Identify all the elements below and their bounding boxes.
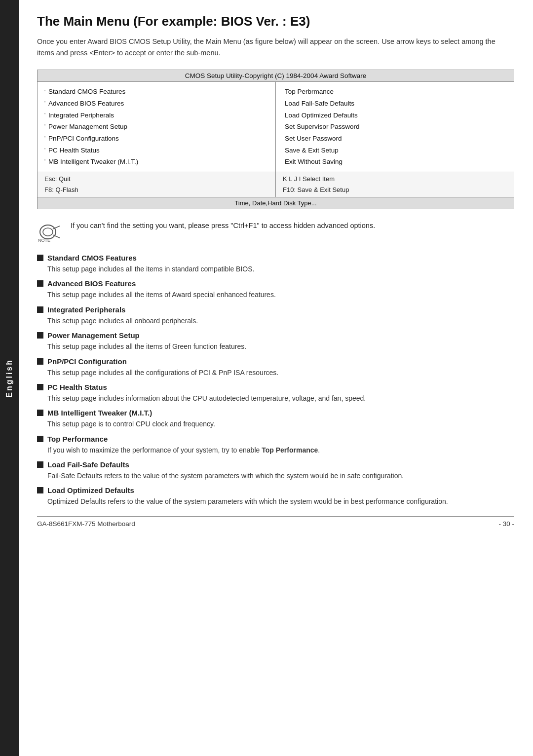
sidebar-label: English xyxy=(5,359,14,398)
section-desc-9: Optimized Defaults refers to the value o… xyxy=(47,496,514,507)
svg-point-1 xyxy=(43,228,53,236)
section-heading-text-1: Advanced BIOS Features xyxy=(47,279,136,288)
section-square-bullet xyxy=(37,332,43,339)
section-square-bullet xyxy=(37,280,43,287)
section-square-bullet xyxy=(37,358,43,365)
bios-right-item-4: Set User Password xyxy=(283,133,507,145)
sidebar: English xyxy=(0,0,19,756)
bios-left-item-3: 'Power Management Setup xyxy=(44,121,268,133)
main-content: The Main Menu (For example: BIOS Ver. : … xyxy=(27,0,533,541)
section-heading-4: PnP/PCI Configuration xyxy=(37,357,514,366)
section-heading-text-0: Standard CMOS Features xyxy=(47,254,137,262)
section-desc-1: This setup page includes all the items o… xyxy=(47,289,514,300)
section-heading-2: Integrated Peripherals xyxy=(37,305,514,314)
bios-left-item-1: 'Advanced BIOS Features xyxy=(44,98,268,110)
section-item-5: PC Health StatusThis setup page includes… xyxy=(37,383,514,404)
section-heading-text-6: MB Intelligent Tweaker (M.I.T.) xyxy=(47,409,152,417)
footer-right: - 30 - xyxy=(498,520,514,528)
page-title: The Main Menu (For example: BIOS Ver. : … xyxy=(37,14,514,29)
bios-right-item-0: Top Perbrmance xyxy=(283,86,507,98)
section-item-6: MB Intelligent Tweaker (M.I.T.)This setu… xyxy=(37,409,514,429)
section-desc-3: This setup page includes all the items o… xyxy=(47,341,514,352)
section-square-bullet xyxy=(37,436,43,442)
section-heading-9: Load Optimized Defaults xyxy=(37,486,514,494)
bios-right-item-5: Save & Exit Setup xyxy=(283,145,507,156)
bios-footer-f8: F8: Q-Flash xyxy=(44,185,268,195)
section-heading-3: Power Management Setup xyxy=(37,331,514,340)
section-heading-text-4: PnP/PCI Configuration xyxy=(47,357,127,366)
section-square-bullet xyxy=(37,487,43,493)
bios-left-item-4: 'PnP/PCI Configurations xyxy=(44,133,268,145)
bios-left-item-2: 'Integrated Peripherals xyxy=(44,110,268,121)
section-heading-text-2: Integrated Peripherals xyxy=(47,305,125,314)
section-desc-8: Fail-Safe Defaults refers to the value o… xyxy=(47,470,514,481)
section-heading-text-8: Load Fail-Safe Defaults xyxy=(47,460,129,469)
section-desc-0: This setup page includes all the items i… xyxy=(47,264,514,274)
note-text: If you can't find the setting you want, … xyxy=(71,220,375,231)
bios-footer-esc: Esc: Quit xyxy=(44,174,268,185)
footer-left: GA-8S661FXM-775 Motherboard xyxy=(37,520,135,528)
section-list: Standard CMOS FeaturesThis setup page in… xyxy=(37,254,514,507)
section-heading-6: MB Intelligent Tweaker (M.I.T.) xyxy=(37,409,514,417)
bios-footer-right: K L J I Select Item F10: Save & Exit Set… xyxy=(276,172,514,197)
bullet-1: ' xyxy=(44,99,45,108)
section-item-1: Advanced BIOS FeaturesThis setup page in… xyxy=(37,279,514,300)
bios-right-item-3: Set Supervisor Password xyxy=(283,121,507,133)
section-desc-5: This setup page includes information abo… xyxy=(47,393,514,404)
bullet-6: ' xyxy=(44,157,45,166)
bios-left-item-0: 'Standard CMOS Features xyxy=(44,86,268,98)
section-desc-7: If you wish to maximize the performance … xyxy=(47,445,514,455)
section-square-bullet xyxy=(37,255,43,261)
bullet-0: ' xyxy=(44,87,45,97)
section-heading-text-7: Top Performance xyxy=(47,435,108,443)
section-item-0: Standard CMOS FeaturesThis setup page in… xyxy=(37,254,514,274)
bios-footer: Esc: Quit F8: Q-Flash K L J I Select Ite… xyxy=(38,172,514,197)
section-heading-text-5: PC Health Status xyxy=(47,383,107,391)
bios-footer-f10: F10: Save & Exit Setup xyxy=(283,185,507,195)
bios-screenshot-box: CMOS Setup Utility-Copyright (C) 1984-20… xyxy=(37,70,514,209)
section-desc-2: This setup page includes all onboard per… xyxy=(47,315,514,326)
bios-title-bar: CMOS Setup Utility-Copyright (C) 1984-20… xyxy=(38,70,514,82)
intro-text: Once you enter Award BIOS CMOS Setup Uti… xyxy=(37,36,514,59)
bios-left-column: 'Standard CMOS Features 'Advanced BIOS F… xyxy=(38,82,276,171)
page-footer: GA-8S661FXM-775 Motherboard - 30 - xyxy=(37,516,514,528)
section-item-7: Top PerformanceIf you wish to maximize t… xyxy=(37,435,514,455)
note-icon: NOTE xyxy=(37,221,64,243)
bios-footer-klji: K L J I Select Item xyxy=(283,174,507,185)
section-heading-5: PC Health Status xyxy=(37,383,514,391)
bullet-5: ' xyxy=(44,146,45,155)
section-heading-1: Advanced BIOS Features xyxy=(37,279,514,288)
section-item-2: Integrated PeripheralsThis setup page in… xyxy=(37,305,514,326)
section-square-bullet xyxy=(37,384,43,390)
section-square-bullet xyxy=(37,306,43,313)
svg-point-0 xyxy=(40,225,56,239)
bullet-3: ' xyxy=(44,122,45,131)
section-square-bullet xyxy=(37,410,43,416)
section-heading-text-3: Power Management Setup xyxy=(47,331,140,340)
bios-right-column: Top Perbrmance Load Fail-Safe Defaults L… xyxy=(276,82,514,171)
note-svg-icon: NOTE xyxy=(37,221,64,243)
bios-body: 'Standard CMOS Features 'Advanced BIOS F… xyxy=(38,82,514,171)
bios-right-item-1: Load Fail-Safe Defaults xyxy=(283,98,507,110)
section-square-bullet xyxy=(37,461,43,468)
bios-right-item-2: Load Optimized Defaults xyxy=(283,110,507,121)
bullet-2: ' xyxy=(44,111,45,120)
section-item-4: PnP/PCI ConfigurationThis setup page inc… xyxy=(37,357,514,378)
bios-left-item-6: 'MB Intelligent Tweaker (M.I.T.) xyxy=(44,156,268,168)
section-desc-4: This setup page includes all the configu… xyxy=(47,367,514,378)
bios-right-item-6: Exit Without Saving xyxy=(283,156,507,168)
section-item-3: Power Management SetupThis setup page in… xyxy=(37,331,514,352)
section-heading-7: Top Performance xyxy=(37,435,514,443)
bios-left-item-5: 'PC Health Status xyxy=(44,145,268,156)
svg-text:NOTE: NOTE xyxy=(38,238,50,243)
note-box: NOTE If you can't find the setting you w… xyxy=(37,220,514,243)
section-desc-6: This setup page is to control CPU clock … xyxy=(47,418,514,429)
bios-status-bar: Time, Date,Hard Disk Type... xyxy=(38,197,514,209)
section-heading-8: Load Fail-Safe Defaults xyxy=(37,460,514,469)
bullet-4: ' xyxy=(44,134,45,143)
section-heading-text-9: Load Optimized Defaults xyxy=(47,486,134,494)
bios-footer-left: Esc: Quit F8: Q-Flash xyxy=(38,172,276,197)
section-item-8: Load Fail-Safe DefaultsFail-Safe Default… xyxy=(37,460,514,481)
section-item-9: Load Optimized DefaultsOptimized Default… xyxy=(37,486,514,507)
section-heading-0: Standard CMOS Features xyxy=(37,254,514,262)
